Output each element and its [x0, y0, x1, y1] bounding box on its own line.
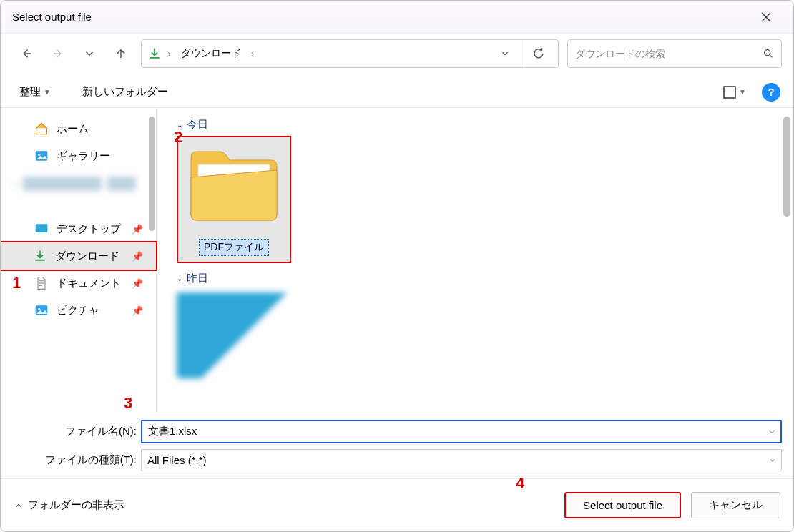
filename-label: ファイル名(N):: [12, 425, 141, 438]
chevron-down-icon: ⌄: [177, 275, 182, 282]
chevron-down-icon: ⌄: [177, 121, 182, 129]
organize-label: 整理: [19, 85, 41, 99]
help-button[interactable]: ?: [762, 83, 780, 102]
nav-row: › ダウンロード ›: [1, 34, 793, 77]
svg-rect-5: [36, 224, 48, 232]
search-icon: [761, 48, 775, 59]
cancel-button[interactable]: キャンセル: [691, 492, 780, 518]
file-item-blurred[interactable]: [177, 292, 291, 378]
select-button-label: Select output file: [583, 499, 662, 511]
organize-button[interactable]: 整理 ▼: [14, 82, 57, 102]
hide-folders-button[interactable]: フォルダーの非表示: [14, 498, 124, 512]
arrow-up-icon: [114, 47, 127, 60]
pictures-icon: [34, 302, 49, 318]
breadcrumb-separator: ›: [251, 48, 255, 59]
filetype-dropdown[interactable]: [764, 456, 781, 465]
chevron-down-icon: [768, 456, 777, 465]
sidebar-item-gallery[interactable]: ギャラリー: [1, 142, 156, 169]
documents-icon: [34, 275, 49, 291]
new-folder-label: 新しいフォルダー: [82, 85, 168, 99]
view-button[interactable]: ▼: [717, 83, 752, 102]
pin-icon: 📌: [132, 251, 143, 262]
chevron-up-icon: [14, 501, 24, 511]
gallery-icon: [34, 148, 49, 164]
select-output-file-button[interactable]: Select output file: [564, 492, 681, 518]
sidebar-item-label: デスクトップ: [57, 222, 121, 236]
address-history-button[interactable]: [491, 40, 519, 67]
refresh-button[interactable]: [524, 40, 552, 67]
filetype-value: All Files (*.*): [142, 450, 764, 471]
new-folder-button[interactable]: 新しいフォルダー: [77, 82, 174, 102]
download-icon: [32, 248, 48, 264]
desktop-icon: [34, 221, 49, 237]
search-box[interactable]: [567, 39, 782, 68]
home-icon: [34, 121, 49, 137]
filename-dropdown[interactable]: [763, 428, 780, 436]
back-button[interactable]: [15, 42, 38, 65]
group-header-today[interactable]: ⌄ 今日: [170, 117, 780, 136]
group-header-yesterday[interactable]: ⌄ 昨日: [170, 270, 780, 290]
sidebar-item-label: ドキュメント: [57, 277, 121, 290]
dropdown-triangle-icon: ▼: [44, 88, 51, 96]
sidebar-item-blurred[interactable]: ›: [1, 169, 156, 198]
sidebar-item-documents[interactable]: ドキュメント 📌: [1, 270, 156, 297]
forward-button[interactable]: [46, 42, 69, 65]
download-icon: [147, 46, 162, 61]
sidebar-item-desktop[interactable]: デスクトップ 📌: [1, 215, 156, 242]
arrow-right-icon: [52, 47, 64, 60]
file-list-pane: ⌄ 今日 PDFファイル ⌄ 昨日: [157, 108, 793, 413]
close-button[interactable]: [750, 1, 782, 33]
chevron-down-icon: [500, 49, 510, 59]
titlebar: Select output file: [1, 1, 793, 34]
window-title: Select output file: [12, 11, 92, 23]
cancel-button-label: キャンセル: [709, 498, 763, 511]
sidebar-item-pictures[interactable]: ピクチャ 📌: [1, 297, 156, 324]
group-label: 昨日: [187, 272, 208, 285]
breadcrumb-segment[interactable]: ダウンロード: [177, 44, 245, 63]
sidebar-item-label: ダウンロード: [55, 250, 119, 263]
chevron-down-icon: [768, 428, 776, 436]
address-bar[interactable]: › ダウンロード ›: [141, 39, 559, 68]
group-label: 今日: [187, 118, 208, 132]
chevron-right-icon: ›: [14, 178, 17, 189]
arrow-left-icon: [20, 47, 33, 60]
pin-icon: 📌: [132, 305, 143, 316]
content-area: ホーム ギャラリー › デスクトップ 📌: [1, 108, 793, 413]
sidebar: ホーム ギャラリー › デスクトップ 📌: [1, 108, 157, 413]
pin-icon: 📌: [132, 278, 143, 289]
close-icon: [761, 12, 771, 22]
view-icon: [723, 86, 736, 99]
chevron-down-icon: [83, 47, 96, 60]
content-scrollbar[interactable]: [783, 117, 790, 217]
folder-icon: [184, 143, 284, 229]
filetype-label: ファイルの種類(T):: [12, 453, 141, 467]
pin-icon: 📌: [132, 224, 143, 235]
refresh-icon: [532, 47, 545, 60]
svg-point-7: [38, 308, 40, 310]
filetype-combo[interactable]: All Files (*.*): [141, 449, 782, 471]
sidebar-item-label: ピクチャ: [57, 304, 99, 317]
help-icon: ?: [768, 86, 774, 98]
folder-item-pdf[interactable]: PDFファイル: [177, 136, 291, 263]
dropdown-triangle-icon: ▼: [739, 88, 746, 96]
breadcrumb-separator: ›: [167, 48, 171, 59]
sidebar-item-home[interactable]: ホーム: [1, 115, 156, 142]
search-input[interactable]: [574, 47, 761, 60]
sidebar-item-label: ギャラリー: [57, 149, 110, 163]
folder-label: PDFファイル: [199, 239, 269, 256]
svg-point-4: [38, 154, 40, 156]
toolbar: 整理 ▼ 新しいフォルダー ▼ ?: [1, 77, 793, 108]
recent-button[interactable]: [78, 42, 101, 65]
filename-combo[interactable]: [141, 420, 782, 443]
file-dialog-window: Select output file › ダウンロード ›: [0, 0, 794, 532]
sidebar-item-downloads[interactable]: ダウンロード 📌: [1, 241, 157, 271]
bottom-bar: フォルダーの非表示 Select output file キャンセル: [1, 478, 793, 531]
hide-folders-label: フォルダーの非表示: [28, 498, 124, 512]
filename-input[interactable]: [142, 421, 763, 442]
up-button[interactable]: [109, 42, 132, 65]
svg-point-0: [765, 50, 770, 56]
sidebar-item-label: ホーム: [57, 122, 89, 136]
fields-area: ファイル名(N): ファイルの種類(T): All Files (*.*): [1, 413, 793, 474]
